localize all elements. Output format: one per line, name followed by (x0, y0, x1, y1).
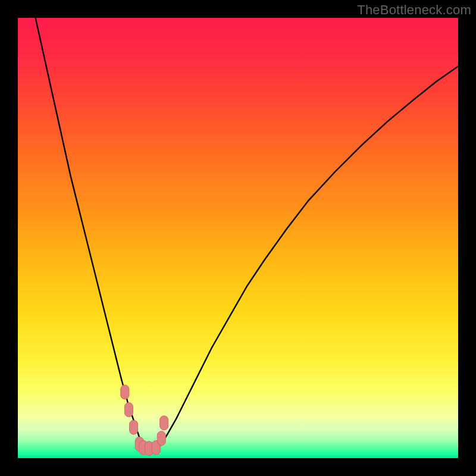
curve-marker (124, 403, 133, 417)
chart-frame: TheBottleneck.com (0, 0, 476, 476)
curve-marker (160, 416, 168, 430)
chart-svg (18, 18, 458, 458)
curve-marker (121, 385, 129, 399)
plot-area (18, 18, 458, 458)
attribution-label: TheBottleneck.com (357, 2, 471, 18)
gradient-background (18, 18, 458, 458)
curve-marker (157, 431, 165, 446)
curve-marker (130, 420, 138, 434)
